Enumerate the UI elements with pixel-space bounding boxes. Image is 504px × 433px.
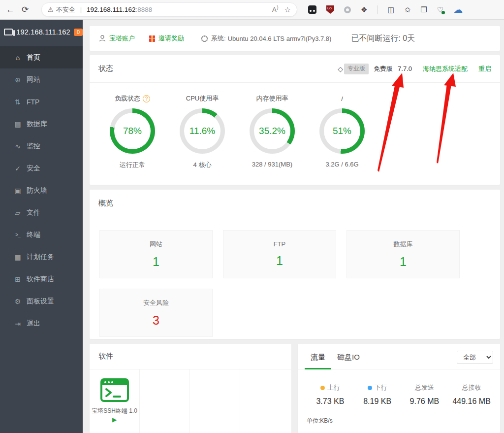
extension-ring-icon[interactable] (344, 6, 351, 13)
gauge-sublabel: 328 / 931(MB) (252, 161, 292, 168)
traffic-filter-select[interactable]: 全部 (457, 351, 493, 364)
cloud-sync-icon[interactable]: ☁ (453, 4, 463, 15)
transfer-icon: ⇅ (13, 98, 23, 106)
app-run-button[interactable]: ▶ (112, 416, 117, 423)
extension-dark-icon[interactable] (308, 5, 316, 14)
traffic-card: 流量 磁盘IO 全部 上行 3.73 KB 下行 8.19 KB (298, 344, 500, 433)
gauge-value: 51% (333, 126, 351, 136)
invite-reward-link[interactable]: 邀请奖励 (149, 34, 184, 43)
sidebar-item-appstore[interactable]: ⊞ 软件商店 (0, 268, 83, 290)
user-icon (98, 34, 106, 42)
sidebar-item-firewall[interactable]: ▣ 防火墙 (0, 179, 83, 201)
toolbar-separator (377, 5, 378, 14)
overview-card-ftp[interactable]: FTP 1 (223, 230, 336, 278)
browser-essentials-icon[interactable]: ♡ (437, 5, 443, 14)
ubuntu-icon (201, 35, 208, 42)
sidebar-item-monitor[interactable]: ∿ 监控 (0, 135, 83, 157)
software-item-bt-ssh[interactable]: 宝塔SSH终端 1.0 ▶ (90, 369, 140, 433)
bt-account-link[interactable]: 宝塔账户 (98, 34, 135, 43)
stat-label: 上行 (327, 383, 340, 392)
invite-reward-label: 邀请奖励 (158, 34, 184, 43)
gauge-load[interactable]: 负载状态 ? 78% 运行正常 (97, 94, 167, 169)
gauge-sublabel: 4 核心 (193, 161, 212, 169)
security-label[interactable]: 不安全 (56, 5, 75, 14)
overview-label: 网站 (150, 240, 162, 249)
overview-label: 数据库 (394, 240, 413, 249)
split-screen-icon[interactable]: ◫ (387, 5, 394, 14)
stat-downstream: 下行 8.19 KB (354, 383, 401, 406)
status-card: 状态 ◇ 专业版 免费版 7.7.0 海纳思系统适配 重启 负载状态 ? 78% (90, 55, 500, 185)
sidebar-item-cron[interactable]: ▦ 计划任务 (0, 246, 83, 268)
sidebar-item-security[interactable]: ✓ 安全 (0, 157, 83, 179)
server-identity: 192.168.111.162 0 (0, 20, 83, 44)
ssh-terminal-app-icon (100, 378, 129, 402)
overview-card-security-risk[interactable]: 安全风险 3 (99, 289, 213, 337)
gauge-root-disk[interactable]: / 51% 3.2G / 6.6G (307, 94, 377, 169)
extensions-puzzle-icon[interactable]: ❖ (361, 5, 367, 14)
gauge-memory[interactable]: 内存使用率 35.2% 328 / 931(MB) (237, 94, 307, 169)
overview-card-database[interactable]: 数据库 1 (346, 230, 460, 278)
gauge-label: 内存使用率 (256, 94, 288, 103)
address-bar[interactable]: ⚠ 不安全 | 192.168.111.162 :8888 A ☆ (41, 2, 297, 17)
sidebar-item-home[interactable]: ⌂ 首页 (0, 46, 83, 68)
sidebar-item-files[interactable]: ▱ 文件 (0, 201, 83, 224)
tab-disk-io[interactable]: 磁盘IO (331, 353, 366, 369)
sidebar: 192.168.111.162 0 ⌂ 首页 ⊕ 网站 ⇅ FTP ▤ 数据库 … (0, 20, 83, 433)
free-version-label: 免费版 (374, 65, 393, 73)
stat-value: 3.73 KB (316, 397, 344, 406)
back-button[interactable]: ← (3, 5, 18, 15)
calendar-icon: ▦ (13, 253, 23, 261)
url-host: 192.168.111.162 (87, 6, 135, 13)
downstream-dot-icon (368, 386, 372, 390)
message-count-badge[interactable]: 0 (74, 29, 83, 36)
read-aloud-icon[interactable]: A (272, 6, 277, 13)
security-check-icon: ✓ (13, 165, 23, 172)
server-ip: 192.168.111.162 (16, 28, 70, 36)
collections-icon[interactable]: ❐ (420, 5, 427, 14)
sidebar-item-label: 终端 (27, 231, 40, 239)
gauge-sublabel: 运行正常 (120, 161, 145, 169)
ublock-shield-icon[interactable] (326, 5, 334, 14)
favorites-bar-icon[interactable]: ✩ (405, 5, 411, 14)
sidebar-item-label: 首页 (27, 53, 40, 62)
gauge-value: 78% (123, 126, 142, 136)
hinas-adapt-link[interactable]: 海纳思系统适配 (423, 65, 468, 73)
browser-toolbar: ← ⟳ ⚠ 不安全 | 192.168.111.162 :8888 A ☆ ❖ … (0, 0, 504, 20)
grid-apps-icon: ⊞ (13, 275, 23, 283)
sidebar-item-label: 退出 (27, 319, 40, 328)
overview-value: 1 (276, 254, 283, 268)
refresh-button[interactable]: ⟳ (18, 4, 32, 15)
restart-link[interactable]: 重启 (478, 65, 491, 73)
firewall-shield-icon: ▣ (13, 187, 23, 195)
sidebar-item-terminal[interactable]: >_ 终端 (0, 224, 83, 246)
favorite-star-icon[interactable]: ☆ (284, 5, 291, 14)
overview-title: 概览 (98, 199, 113, 208)
bt-account-label: 宝塔账户 (109, 34, 135, 43)
overview-value: 1 (400, 255, 407, 269)
sidebar-item-label: 面板设置 (27, 297, 54, 306)
sidebar-item-logout[interactable]: ⇥ 退出 (0, 312, 83, 334)
pro-version-badge[interactable]: ◇ 专业版 (338, 64, 369, 74)
gauge-value: 11.6% (189, 126, 215, 136)
stat-value: 8.19 KB (363, 397, 391, 406)
address-divider: | (80, 6, 82, 13)
gauge-cpu[interactable]: CPU使用率 11.6% 4 核心 (167, 94, 237, 169)
overview-card-website[interactable]: 网站 1 (99, 230, 213, 278)
tab-traffic[interactable]: 流量 (305, 353, 331, 369)
help-icon[interactable]: ? (143, 95, 150, 102)
status-title: 状态 (98, 64, 113, 73)
sidebar-item-settings[interactable]: ⚙ 面板设置 (0, 290, 83, 312)
sidebar-item-website[interactable]: ⊕ 网站 (0, 68, 83, 91)
logout-icon: ⇥ (13, 320, 23, 328)
stat-upstream: 上行 3.73 KB (307, 383, 354, 406)
gauges-row: 负载状态 ? 78% 运行正常 CPU使用率 11.6% 4 核心 内存使用率 … (90, 83, 500, 169)
sidebar-item-ftp[interactable]: ⇅ FTP (0, 91, 83, 113)
home-icon: ⌂ (13, 54, 23, 62)
stat-label: 总接收 (462, 383, 481, 392)
sidebar-item-database[interactable]: ▤ 数据库 (0, 113, 83, 135)
diamond-icon: ◇ (338, 65, 343, 73)
gauge-value: 35.2% (259, 126, 285, 136)
terminal-icon: >_ (13, 232, 23, 237)
gauge-label: 负载状态 (115, 94, 140, 103)
sidebar-item-label: 防火墙 (27, 186, 47, 195)
